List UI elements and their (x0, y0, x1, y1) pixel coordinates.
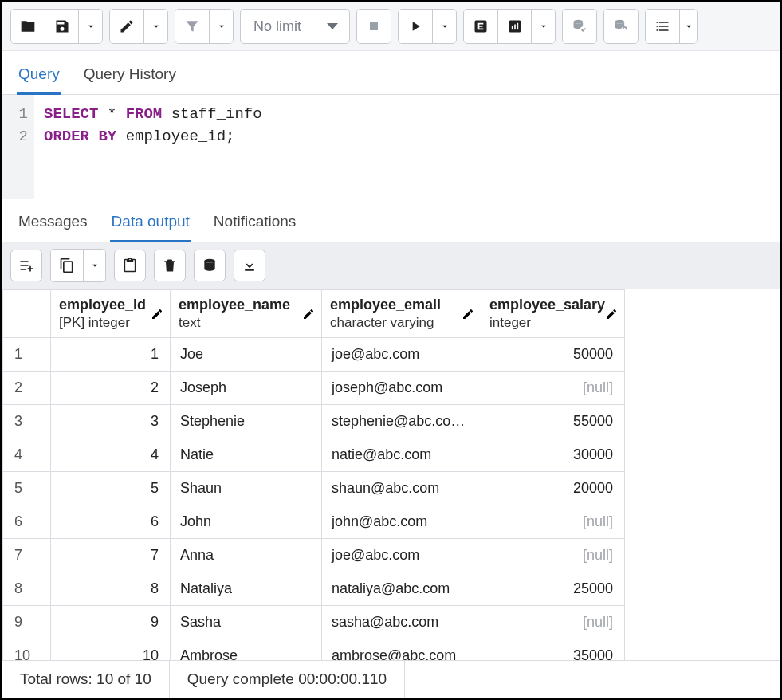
save-data-button[interactable] (194, 250, 226, 281)
cell-employee-email[interactable]: natie@abc.com (322, 438, 481, 472)
commit-button[interactable] (563, 10, 596, 43)
cell-employee-salary[interactable]: [null] (481, 372, 625, 405)
cell-employee-salary[interactable]: 55000 (481, 405, 625, 438)
tab-data-output[interactable]: Data output (110, 206, 191, 242)
cell-employee-email[interactable]: joe@abc.com (322, 539, 481, 572)
cell-employee-salary[interactable]: 25000 (481, 572, 625, 606)
row-number-cell[interactable]: 3 (3, 405, 51, 438)
table-row[interactable]: 33Stepheniestephenie@abc.co…55000 (3, 405, 625, 438)
cell-employee-id[interactable]: 1 (51, 338, 171, 372)
cell-employee-name[interactable]: Natie (171, 438, 322, 472)
cell-employee-name[interactable]: Joe (171, 338, 322, 372)
column-header-employee-salary[interactable]: employee_salaryinteger (481, 290, 625, 338)
download-button[interactable] (234, 250, 265, 281)
pencil-icon[interactable] (151, 308, 163, 321)
row-number-cell[interactable]: 6 (3, 505, 51, 539)
filter-dropdown-button[interactable] (209, 10, 233, 43)
row-number-cell[interactable]: 4 (3, 438, 51, 472)
row-number-cell[interactable]: 1 (3, 338, 51, 372)
tab-query-history[interactable]: Query History (82, 59, 178, 94)
save-dropdown-button[interactable] (78, 10, 102, 43)
analyze-dropdown-button[interactable] (531, 10, 555, 43)
execute-dropdown-button[interactable] (432, 10, 456, 43)
stop-button[interactable] (357, 10, 391, 43)
cell-employee-salary[interactable]: 35000 (481, 639, 625, 661)
cell-employee-salary[interactable]: [null] (481, 539, 625, 572)
tab-messages[interactable]: Messages (17, 206, 89, 242)
table-row[interactable]: 44Natienatie@abc.com30000 (3, 438, 625, 472)
cell-employee-email[interactable]: joseph@abc.com (322, 372, 481, 405)
rollback-button[interactable] (604, 10, 638, 43)
cell-employee-id[interactable]: 9 (51, 606, 171, 639)
paste-button[interactable] (114, 250, 146, 281)
cell-employee-salary[interactable]: 30000 (481, 438, 625, 472)
table-row[interactable]: 11Joejoe@abc.com50000 (3, 338, 625, 372)
table-row[interactable]: 99Sashasasha@abc.com[null] (3, 606, 625, 639)
cell-employee-name[interactable]: John (171, 505, 322, 539)
pencil-icon[interactable] (462, 308, 474, 321)
delete-row-button[interactable] (154, 250, 186, 281)
cell-employee-name[interactable]: Shaun (171, 472, 322, 505)
add-row-button[interactable] (10, 250, 42, 281)
cell-employee-salary[interactable]: [null] (481, 505, 625, 539)
table-row[interactable]: 66Johnjohn@abc.com[null] (3, 505, 625, 539)
edit-dropdown-button[interactable] (143, 10, 167, 43)
row-limit-select[interactable]: No limit (240, 9, 350, 44)
cell-employee-id[interactable]: 7 (51, 539, 171, 572)
cell-employee-name[interactable]: Nataliya (171, 572, 322, 606)
table-row[interactable]: 77Annajoe@abc.com[null] (3, 539, 625, 572)
cell-employee-id[interactable]: 2 (51, 372, 171, 405)
cell-employee-id[interactable]: 5 (51, 472, 171, 505)
cell-employee-id[interactable]: 10 (51, 639, 171, 661)
cell-employee-email[interactable]: john@abc.com (322, 505, 481, 539)
row-number-cell[interactable]: 10 (3, 639, 51, 661)
cell-employee-name[interactable]: Stephenie (171, 405, 322, 438)
cell-employee-email[interactable]: stephenie@abc.co… (322, 405, 481, 438)
macros-button[interactable] (646, 10, 679, 43)
cell-employee-name[interactable]: Anna (171, 539, 322, 572)
cell-employee-salary[interactable]: 20000 (481, 472, 625, 505)
pencil-icon[interactable] (605, 308, 618, 321)
table-row[interactable]: 22Josephjoseph@abc.com[null] (3, 372, 625, 405)
tab-query[interactable]: Query (17, 59, 61, 95)
row-number-header[interactable] (3, 290, 51, 338)
sql-editor[interactable]: 1 2 SELECT * FROM staff_info ORDER BY em… (2, 95, 780, 199)
editor-code[interactable]: SELECT * FROM staff_info ORDER BY employ… (34, 95, 272, 199)
column-header-employee-name[interactable]: employee_nametext (171, 290, 322, 338)
copy-button[interactable] (51, 250, 83, 281)
cell-employee-email[interactable]: sasha@abc.com (322, 606, 481, 639)
tab-notifications[interactable]: Notifications (212, 206, 298, 242)
row-number-cell[interactable]: 2 (3, 372, 51, 405)
cell-employee-id[interactable]: 6 (51, 505, 171, 539)
copy-dropdown-button[interactable] (83, 250, 105, 281)
cell-employee-email[interactable]: joe@abc.com (322, 338, 481, 372)
row-number-cell[interactable]: 7 (3, 539, 51, 572)
table-row[interactable]: 55Shaunshaun@abc.com20000 (3, 472, 625, 505)
cell-employee-email[interactable]: shaun@abc.com (322, 472, 481, 505)
cell-employee-id[interactable]: 8 (51, 572, 171, 606)
table-row[interactable]: 88Nataliyanataliya@abc.com25000 (3, 572, 625, 606)
row-number-cell[interactable]: 8 (3, 572, 51, 606)
pencil-icon[interactable] (302, 308, 315, 321)
macros-dropdown-button[interactable] (679, 10, 697, 43)
cell-employee-name[interactable]: Ambrose (171, 639, 322, 661)
analyze-button[interactable] (497, 10, 531, 43)
filter-button[interactable] (175, 10, 209, 43)
cell-employee-salary[interactable]: 50000 (481, 338, 625, 372)
row-number-cell[interactable]: 5 (3, 472, 51, 505)
cell-employee-salary[interactable]: [null] (481, 606, 625, 639)
cell-employee-name[interactable]: Joseph (171, 372, 322, 405)
cell-employee-name[interactable]: Sasha (171, 606, 322, 639)
cell-employee-id[interactable]: 3 (51, 405, 171, 438)
cell-employee-email[interactable]: nataliya@abc.com (322, 572, 481, 606)
data-grid-wrap[interactable]: employee_id[PK] integer employee_nametex… (2, 289, 780, 660)
open-file-button[interactable] (11, 10, 45, 43)
explain-button[interactable] (464, 10, 497, 43)
execute-button[interactable] (399, 10, 432, 43)
table-row[interactable]: 1010Ambroseambrose@abc.com35000 (3, 639, 625, 661)
cell-employee-email[interactable]: ambrose@abc.com (322, 639, 481, 661)
save-button[interactable] (45, 10, 78, 43)
column-header-employee-email[interactable]: employee_emailcharacter varying (322, 290, 481, 338)
row-number-cell[interactable]: 9 (3, 606, 51, 639)
edit-button[interactable] (110, 10, 143, 43)
